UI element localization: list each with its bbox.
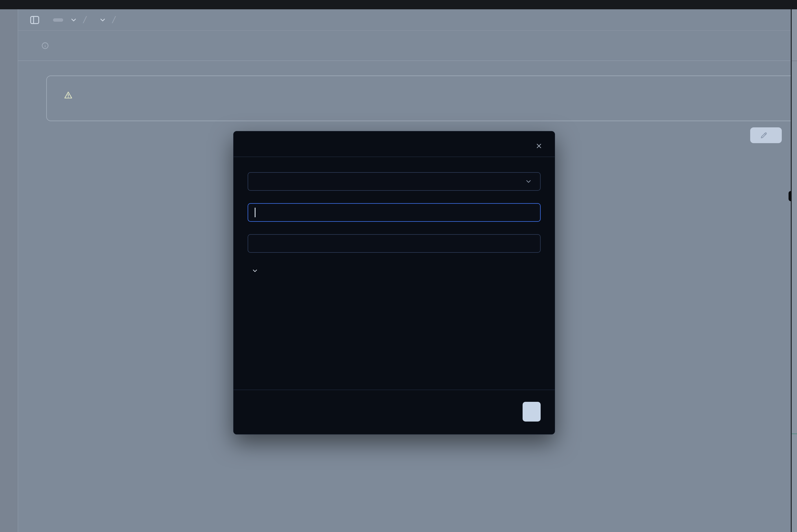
breadcrumb-separator: / <box>83 14 87 25</box>
pencil-icon <box>760 131 768 139</box>
panel-left-icon <box>29 15 40 25</box>
project-chevron-down-icon[interactable] <box>99 16 106 24</box>
info-icon[interactable] <box>41 42 49 50</box>
default-model-card <box>46 76 797 121</box>
new-llm-connection-dialog <box>233 131 555 435</box>
text-caret <box>255 208 255 217</box>
dialog-footer <box>234 390 555 434</box>
chevron-down-icon <box>525 178 532 185</box>
chevron-down-icon <box>252 267 258 274</box>
sidebar-toggle-button[interactable] <box>28 14 41 26</box>
adapter-select[interactable] <box>248 172 541 191</box>
background-window-sliver <box>792 9 797 532</box>
browser-tab-strip <box>0 0 797 9</box>
close-icon <box>535 142 543 150</box>
set-up-button[interactable] <box>750 127 782 143</box>
edge-handle-notch[interactable] <box>789 191 792 201</box>
provider-name-input[interactable] <box>248 203 541 222</box>
create-connection-button[interactable] <box>523 402 541 421</box>
no-default-model-warning <box>64 91 787 100</box>
app-sidebar <box>0 9 18 532</box>
warning-triangle-icon <box>64 91 73 100</box>
show-advanced-settings-toggle[interactable] <box>248 267 258 274</box>
dialog-body <box>234 157 555 390</box>
plan-badge <box>53 18 63 22</box>
api-key-input[interactable] <box>248 234 541 253</box>
close-button[interactable] <box>533 140 545 152</box>
breadcrumb: / / <box>18 9 797 31</box>
dialog-header <box>234 131 555 157</box>
breadcrumb-separator: / <box>111 14 116 25</box>
org-chevron-down-icon[interactable] <box>70 16 77 24</box>
page-title-bar <box>18 31 797 61</box>
